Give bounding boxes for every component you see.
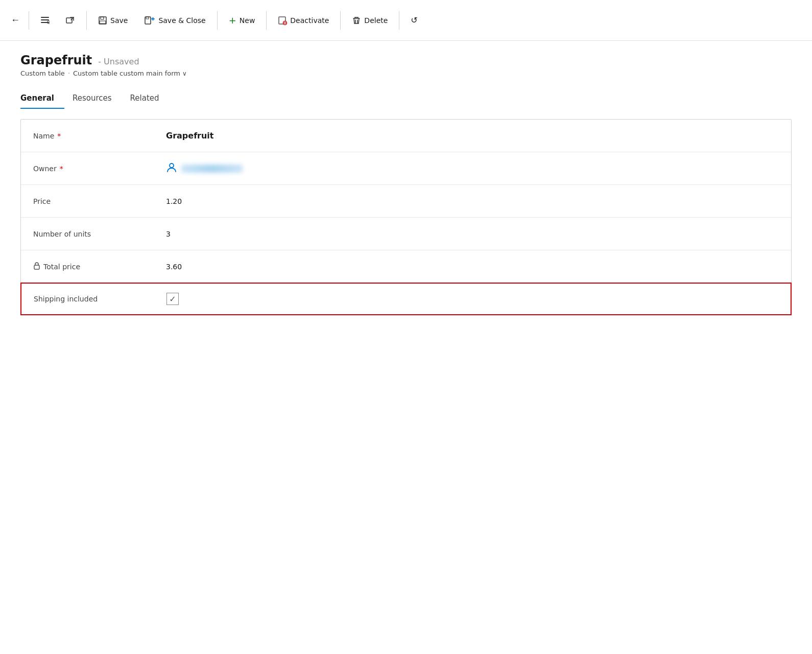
- field-row-shipping: Shipping included ✓: [20, 283, 792, 315]
- toolbar: ←: [0, 0, 812, 41]
- dot-separator: ·: [68, 69, 70, 77]
- form-section: Name * Grapefruit Owner *: [20, 119, 792, 315]
- deactivate-icon: [278, 16, 287, 25]
- svg-rect-4: [66, 18, 72, 23]
- svg-point-14: [170, 164, 174, 168]
- deactivate-button[interactable]: Deactivate: [271, 12, 336, 29]
- owner-label-text: Owner: [33, 165, 57, 173]
- delete-icon: [352, 16, 361, 25]
- svg-rect-7: [100, 21, 106, 24]
- shipping-value: ✓: [166, 293, 778, 305]
- toolbar-divider-4: [266, 11, 267, 30]
- toolbar-divider-2: [86, 11, 87, 30]
- delete-label: Delete: [364, 16, 388, 25]
- owner-value[interactable]: [166, 162, 779, 175]
- owner-blurred-value: [181, 165, 243, 173]
- svg-rect-15: [34, 265, 39, 269]
- open-new-window-icon: [66, 16, 75, 25]
- chevron-down-icon: ∨: [182, 70, 187, 77]
- tab-general[interactable]: General: [20, 87, 64, 109]
- delete-button[interactable]: Delete: [345, 12, 395, 29]
- field-label-shipping: Shipping included: [34, 295, 166, 303]
- units-label-text: Number of units: [33, 230, 91, 238]
- form-selector[interactable]: Custom table custom main form ∨: [73, 69, 187, 77]
- field-label-price: Price: [33, 197, 166, 205]
- refresh-icon: ↺: [411, 15, 417, 25]
- price-value[interactable]: 1.20: [166, 197, 779, 205]
- deactivate-label: Deactivate: [290, 16, 329, 25]
- price-label-text: Price: [33, 197, 51, 205]
- save-button[interactable]: Save: [91, 12, 135, 29]
- total-price-label-text: Total price: [43, 263, 80, 271]
- back-icon: ←: [11, 15, 20, 26]
- form-label: Custom table custom main form: [73, 69, 180, 77]
- lock-icon: [33, 262, 40, 271]
- field-label-owner: Owner *: [33, 165, 166, 173]
- checkmark-icon: ✓: [169, 294, 176, 304]
- save-label: Save: [110, 16, 128, 25]
- name-value[interactable]: Grapefruit: [166, 131, 779, 141]
- svg-rect-2: [41, 22, 49, 23]
- units-value[interactable]: 3: [166, 230, 779, 238]
- form-content: Name * Grapefruit Owner *: [0, 109, 812, 325]
- toolbar-divider-3: [217, 11, 218, 30]
- name-required-star: *: [57, 132, 61, 140]
- tab-resources[interactable]: Resources: [73, 87, 122, 109]
- toolbar-divider-5: [340, 11, 341, 30]
- field-row-total-price: Total price 3.60: [21, 250, 791, 283]
- page-header: Grapefruit - Unsaved Custom table · Cust…: [0, 41, 812, 77]
- toolbar-divider-1: [29, 11, 29, 30]
- total-price-value: 3.60: [166, 263, 779, 271]
- field-label-name: Name *: [33, 132, 166, 140]
- save-close-button[interactable]: Save & Close: [137, 12, 212, 29]
- table-label: Custom table: [20, 69, 65, 77]
- list-icon: [40, 16, 50, 25]
- field-row-price: Price 1.20: [21, 185, 791, 218]
- person-icon: [166, 162, 177, 175]
- new-button[interactable]: + New: [222, 11, 262, 30]
- field-row-owner: Owner *: [21, 152, 791, 185]
- toolbar-divider-6: [399, 11, 399, 30]
- tabs-bar: General Resources Related: [0, 87, 812, 109]
- new-label: New: [240, 16, 255, 25]
- save-close-icon: [144, 16, 155, 25]
- svg-rect-0: [41, 17, 49, 18]
- page-title: Grapefruit: [20, 53, 92, 67]
- field-label-units: Number of units: [33, 230, 166, 238]
- list-view-button[interactable]: [33, 12, 57, 29]
- svg-rect-1: [41, 19, 49, 20]
- name-label-text: Name: [33, 132, 54, 140]
- page-subtitle: Custom table · Custom table custom main …: [20, 69, 792, 77]
- field-row-units: Number of units 3: [21, 218, 791, 250]
- owner-required-star: *: [60, 165, 63, 173]
- field-label-total-price: Total price: [33, 262, 166, 271]
- save-close-label: Save & Close: [158, 16, 205, 25]
- back-button[interactable]: ←: [6, 11, 25, 30]
- unsaved-indicator: - Unsaved: [98, 57, 139, 66]
- svg-rect-5: [99, 17, 106, 24]
- shipping-checkbox[interactable]: ✓: [166, 293, 179, 305]
- new-icon: +: [229, 15, 236, 26]
- refresh-button[interactable]: ↺: [403, 11, 424, 29]
- open-new-window-button[interactable]: [59, 12, 82, 29]
- shipping-label-text: Shipping included: [34, 295, 98, 303]
- save-icon: [98, 16, 107, 25]
- field-row-name: Name * Grapefruit: [21, 120, 791, 152]
- tab-related[interactable]: Related: [130, 87, 170, 109]
